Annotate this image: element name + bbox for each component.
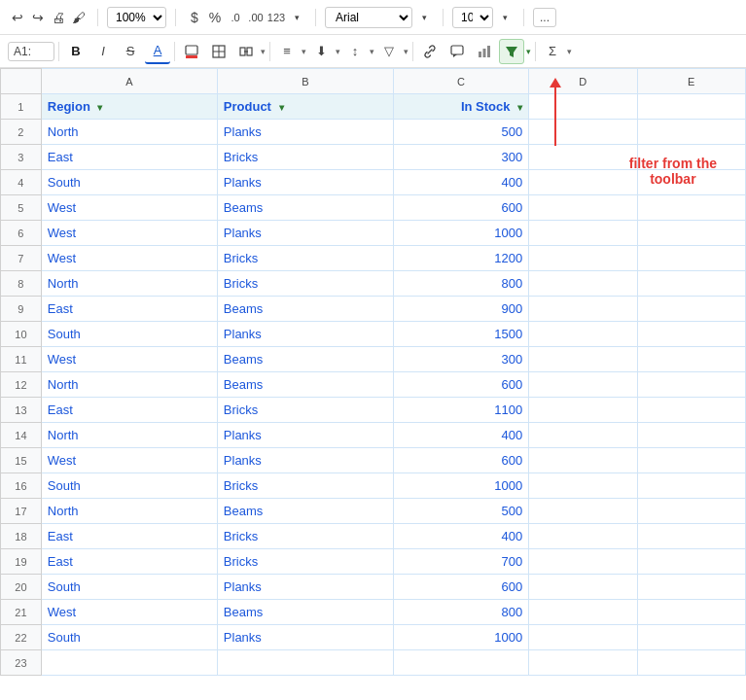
product-cell[interactable]: Beams	[217, 347, 393, 372]
cell-reference[interactable]	[8, 42, 54, 61]
italic-button[interactable]: I	[90, 39, 116, 64]
zoom-select[interactable]: 100%	[107, 7, 166, 28]
chart-button[interactable]	[472, 39, 497, 64]
align-v-dropdown[interactable]: ▾	[336, 47, 340, 56]
borders-button[interactable]	[206, 39, 231, 64]
c23-cell[interactable]	[393, 650, 528, 676]
stock-cell[interactable]: 600	[393, 195, 528, 221]
stock-cell[interactable]: 800	[393, 600, 528, 625]
region-cell[interactable]: North	[41, 120, 217, 145]
product-cell[interactable]: Beams	[217, 499, 393, 524]
text-rotate-dropdown[interactable]: ▾	[370, 47, 374, 56]
sigma-button[interactable]: Σ	[540, 39, 565, 64]
region-cell[interactable]: East	[41, 145, 217, 170]
stock-cell[interactable]: 1200	[393, 246, 528, 271]
product-cell[interactable]: Planks	[217, 625, 393, 650]
product-cell[interactable]: Beams	[217, 372, 393, 398]
print-icon[interactable]: 🖨	[49, 8, 68, 27]
product-cell[interactable]: Planks	[217, 120, 393, 145]
filter-dropdown[interactable]: ▾	[526, 47, 531, 56]
font-size-dropdown-icon[interactable]: ▾	[495, 8, 515, 27]
undo-icon[interactable]: ↩	[8, 8, 27, 27]
stock-cell[interactable]: 1000	[393, 473, 528, 499]
product-cell[interactable]: Planks	[217, 322, 393, 347]
paint-format-icon[interactable]: 🖌	[69, 8, 89, 27]
col-a-header[interactable]: A	[41, 69, 217, 94]
region-header[interactable]: Region ▾	[41, 94, 217, 120]
region-cell[interactable]: South	[41, 473, 217, 499]
a23-cell[interactable]	[41, 650, 217, 676]
percent-icon[interactable]: %	[205, 8, 225, 27]
region-cell[interactable]: South	[41, 625, 217, 650]
fill-color-button[interactable]	[179, 39, 204, 64]
region-cell[interactable]: West	[41, 448, 217, 473]
font-dropdown-icon[interactable]: ▾	[414, 8, 434, 27]
region-cell[interactable]: West	[41, 600, 217, 625]
stock-cell[interactable]: 800	[393, 271, 528, 297]
product-cell[interactable]: Beams	[217, 195, 393, 221]
redo-icon[interactable]: ↪	[28, 8, 48, 27]
stock-cell[interactable]: 600	[393, 372, 528, 398]
region-cell[interactable]: East	[41, 524, 217, 549]
stock-cell[interactable]: 1000	[393, 221, 528, 246]
align-v-button[interactable]: ⬇	[308, 39, 334, 64]
product-cell[interactable]: Beams	[217, 297, 393, 322]
link-button[interactable]	[417, 39, 443, 64]
more-button[interactable]: ...	[533, 8, 556, 27]
number-format-icon[interactable]: 123	[266, 8, 286, 27]
currency-icon[interactable]: $	[185, 8, 204, 27]
text-dir-button[interactable]: ▽	[376, 39, 402, 64]
strikethrough-button[interactable]: S	[118, 39, 143, 64]
region-cell[interactable]: West	[41, 246, 217, 271]
stock-cell[interactable]: 1500	[393, 322, 528, 347]
text-rotate-button[interactable]: ↕	[342, 39, 368, 64]
col-d-header[interactable]: D	[529, 69, 637, 94]
region-cell[interactable]: East	[41, 398, 217, 423]
region-cell[interactable]: West	[41, 221, 217, 246]
stock-cell[interactable]: 400	[393, 170, 528, 195]
sigma-dropdown[interactable]: ▾	[567, 47, 572, 56]
stock-cell[interactable]: 1000	[393, 625, 528, 650]
text-dir-dropdown[interactable]: ▾	[404, 47, 409, 56]
region-filter-icon[interactable]: ▾	[97, 102, 102, 113]
comment-button[interactable]	[444, 39, 470, 64]
region-cell[interactable]: South	[41, 322, 217, 347]
font-select[interactable]: Arial	[325, 7, 412, 28]
region-cell[interactable]: East	[41, 297, 217, 322]
stock-cell[interactable]: 900	[393, 297, 528, 322]
align-h-button[interactable]: ≡	[274, 39, 300, 64]
stock-header[interactable]: In Stock ▾	[393, 94, 528, 120]
font-size-select[interactable]: 10	[452, 7, 493, 28]
stock-cell[interactable]: 500	[393, 499, 528, 524]
b23-cell[interactable]	[217, 650, 393, 676]
product-cell[interactable]: Bricks	[217, 473, 393, 499]
region-cell[interactable]: South	[41, 575, 217, 600]
stock-cell[interactable]: 400	[393, 423, 528, 448]
region-cell[interactable]: East	[41, 549, 217, 575]
product-cell[interactable]: Bricks	[217, 524, 393, 549]
stock-cell[interactable]: 400	[393, 524, 528, 549]
product-cell[interactable]: Planks	[217, 170, 393, 195]
region-cell[interactable]: West	[41, 195, 217, 221]
product-cell[interactable]: Bricks	[217, 549, 393, 575]
stock-cell[interactable]: 700	[393, 549, 528, 575]
stock-cell[interactable]: 300	[393, 347, 528, 372]
align-h-dropdown[interactable]: ▾	[302, 47, 306, 56]
region-cell[interactable]: North	[41, 271, 217, 297]
region-cell[interactable]: South	[41, 170, 217, 195]
region-cell[interactable]: North	[41, 372, 217, 398]
product-cell[interactable]: Bricks	[217, 246, 393, 271]
decimal-less-icon[interactable]: .00	[246, 8, 266, 27]
region-cell[interactable]: West	[41, 347, 217, 372]
stock-cell[interactable]: 600	[393, 448, 528, 473]
product-cell[interactable]: Beams	[217, 600, 393, 625]
number-format-dropdown[interactable]: ▾	[287, 8, 306, 27]
stock-cell[interactable]: 600	[393, 575, 528, 600]
decimal-more-icon[interactable]: .0	[226, 8, 245, 27]
region-cell[interactable]: North	[41, 423, 217, 448]
bold-button[interactable]: B	[63, 39, 89, 64]
product-cell[interactable]: Bricks	[217, 271, 393, 297]
col-e-header[interactable]: E	[637, 69, 745, 94]
merge-button[interactable]	[233, 39, 259, 64]
underline-button[interactable]: A	[145, 39, 170, 64]
